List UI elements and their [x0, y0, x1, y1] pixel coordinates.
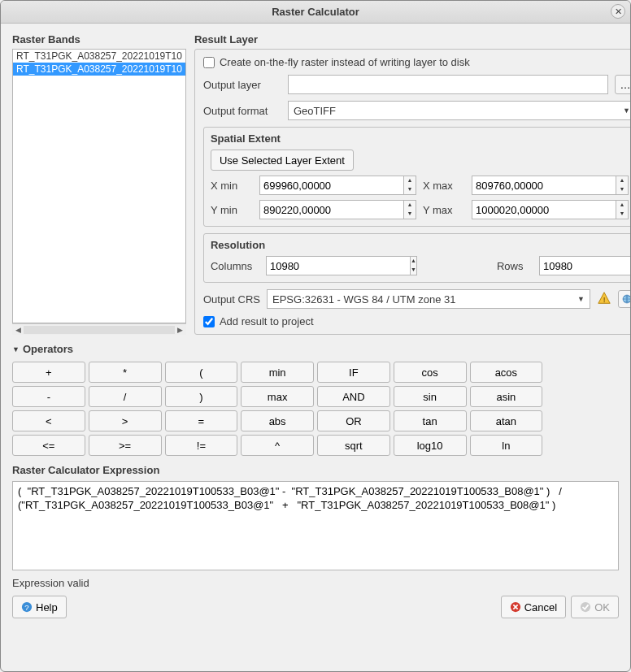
expression-label: Raster Calculator Expression: [12, 464, 619, 476]
output-crs-select[interactable]: EPSG:32631 - WGS 84 / UTM zone 31 ▼: [267, 289, 590, 309]
operator-button-[interactable]: -: [12, 386, 85, 407]
operator-button-[interactable]: !=: [165, 435, 238, 456]
operator-button-[interactable]: +: [12, 362, 85, 383]
scroll-track[interactable]: [24, 326, 175, 334]
browse-button[interactable]: …: [615, 75, 630, 94]
operator-button-[interactable]: /: [89, 386, 162, 407]
close-button[interactable]: ✕: [611, 4, 625, 19]
spin-down-icon[interactable]: ▼: [616, 185, 628, 194]
rows-input[interactable]: ▲▼: [539, 256, 629, 275]
operator-button-[interactable]: <: [12, 410, 85, 431]
operator-button-[interactable]: (: [165, 362, 238, 383]
list-item[interactable]: RT_T31PGK_A038257_20221019T10: [13, 50, 185, 63]
scroll-right-icon[interactable]: ▶: [175, 326, 186, 334]
operator-button-[interactable]: <=: [12, 435, 85, 456]
operator-button-acos[interactable]: acos: [470, 362, 543, 383]
operator-button-[interactable]: ): [165, 386, 238, 407]
titlebar: Raster Calculator ✕: [1, 1, 630, 24]
help-icon: ?: [21, 601, 33, 613]
output-layer-input[interactable]: [288, 75, 608, 94]
operator-button-atan[interactable]: atan: [470, 410, 543, 431]
operator-button-log10[interactable]: log10: [394, 435, 467, 456]
spin-up-icon[interactable]: ▲: [616, 201, 628, 210]
resolution-group: Resolution Columns ▲▼ Rows ▲▼: [203, 233, 630, 283]
operator-button-[interactable]: >=: [89, 435, 162, 456]
chevron-down-icon: ▼: [577, 295, 585, 303]
cancel-icon: [510, 601, 521, 613]
operator-button-ln[interactable]: ln: [470, 435, 543, 456]
raster-bands-list[interactable]: RT_T31PGK_A038257_20221019T10 RT_T31PGK_…: [12, 49, 186, 323]
spin-down-icon[interactable]: ▼: [616, 210, 628, 219]
spin-down-icon[interactable]: ▼: [404, 185, 416, 194]
ymin-input[interactable]: ▲▼: [259, 200, 416, 219]
operator-button-[interactable]: =: [165, 410, 238, 431]
operator-button-cos[interactable]: cos: [394, 362, 467, 383]
expression-textarea[interactable]: [12, 481, 619, 570]
list-item[interactable]: RT_T31PGK_A038257_20221019T10: [13, 63, 185, 76]
chevron-down-icon: ▼: [12, 345, 20, 353]
operator-button-sqrt[interactable]: sqrt: [317, 435, 390, 456]
output-layer-label: Output layer: [203, 79, 281, 91]
output-format-value: GeoTIFF: [294, 105, 336, 117]
operator-button-if[interactable]: IF: [317, 362, 390, 383]
expression-status: Expression valid: [12, 577, 619, 589]
horizontal-scrollbar[interactable]: ◀ ▶: [12, 323, 186, 335]
use-selected-extent-button[interactable]: Use Selected Layer Extent: [211, 150, 354, 171]
onthefly-checkbox-row[interactable]: Create on-the-fly raster instead of writ…: [203, 56, 630, 68]
svg-text:!: !: [603, 294, 606, 303]
output-crs-label: Output CRS: [203, 293, 260, 306]
resolution-label: Resolution: [211, 239, 629, 251]
columns-label: Columns: [211, 260, 259, 272]
rows-label: Rows: [497, 260, 533, 272]
operator-button-abs[interactable]: abs: [241, 410, 314, 431]
add-result-checkbox[interactable]: [203, 316, 215, 327]
operator-button-asin[interactable]: asin: [470, 386, 543, 407]
spin-down-icon[interactable]: ▼: [404, 210, 416, 219]
ymax-input[interactable]: ▲▼: [472, 200, 629, 219]
scroll-left-icon[interactable]: ◀: [12, 326, 24, 334]
output-format-select[interactable]: GeoTIFF ▼: [288, 101, 630, 120]
spatial-extent-label: Spatial Extent: [211, 132, 629, 145]
add-result-checkbox-row[interactable]: Add result to project: [203, 315, 630, 327]
operator-button-tan[interactable]: tan: [394, 410, 467, 431]
warning-icon: !: [597, 291, 611, 308]
operator-button-[interactable]: *: [89, 362, 162, 383]
onthefly-checkbox[interactable]: [203, 57, 215, 68]
operator-button-[interactable]: >: [89, 410, 162, 431]
result-layer-panel: Create on-the-fly raster instead of writ…: [194, 49, 630, 335]
ok-icon: [580, 601, 591, 613]
crs-picker-button[interactable]: [618, 290, 630, 308]
ok-button[interactable]: OK: [571, 596, 619, 618]
spin-up-icon[interactable]: ▲: [404, 201, 416, 210]
spin-up-icon[interactable]: ▲: [411, 257, 416, 266]
columns-input[interactable]: ▲▼: [266, 256, 355, 275]
svg-text:?: ?: [24, 603, 28, 612]
operator-button-and[interactable]: AND: [317, 386, 390, 407]
operator-button-min[interactable]: min: [241, 362, 314, 383]
operator-button-[interactable]: ^: [241, 435, 314, 456]
help-button[interactable]: ? Help: [12, 596, 67, 618]
xmax-input[interactable]: ▲▼: [472, 176, 629, 195]
ymax-label: Y max: [423, 204, 465, 216]
xmin-input[interactable]: ▲▼: [259, 176, 416, 195]
output-format-label: Output format: [203, 105, 281, 117]
raster-calculator-window: Raster Calculator ✕ Raster Bands RT_T31P…: [0, 0, 631, 672]
spin-down-icon[interactable]: ▼: [411, 266, 416, 275]
spatial-extent-group: Spatial Extent Use Selected Layer Extent…: [203, 127, 630, 227]
result-layer-label: Result Layer: [194, 33, 630, 46]
svg-point-6: [581, 602, 590, 612]
operator-button-sin[interactable]: sin: [394, 386, 467, 407]
raster-bands-label: Raster Bands: [12, 33, 186, 46]
operators-toggle[interactable]: ▼ Operators: [12, 343, 619, 355]
operator-button-or[interactable]: OR: [317, 410, 390, 431]
operators-grid: +*(minIFcosacos-/)maxANDsinasin<>=absORt…: [12, 362, 619, 456]
window-title: Raster Calculator: [272, 6, 359, 18]
output-crs-value: EPSG:32631 - WGS 84 / UTM zone 31: [272, 293, 455, 306]
operators-label: Operators: [23, 343, 73, 355]
cancel-button[interactable]: Cancel: [501, 596, 566, 618]
xmin-label: X min: [211, 180, 253, 192]
ymin-label: Y min: [211, 204, 253, 216]
spin-up-icon[interactable]: ▲: [616, 176, 628, 185]
operator-button-max[interactable]: max: [241, 386, 314, 407]
spin-up-icon[interactable]: ▲: [404, 176, 416, 185]
